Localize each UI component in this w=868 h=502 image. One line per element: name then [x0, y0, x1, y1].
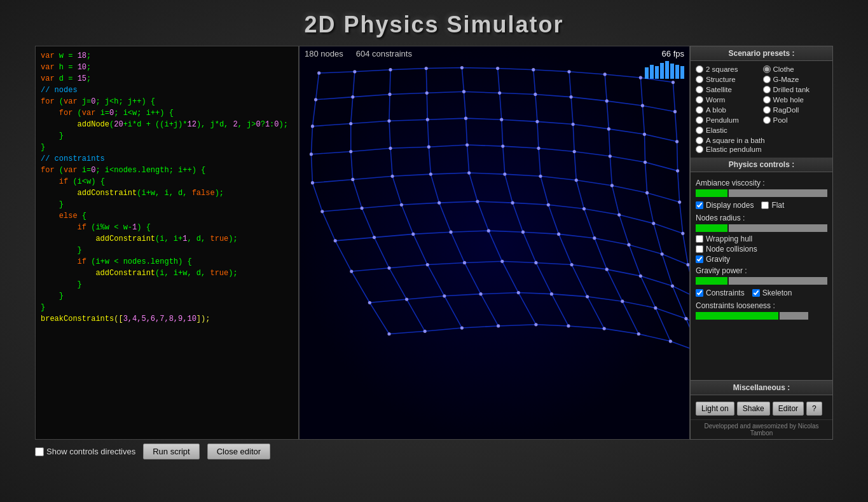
- wrapping-hull-cb[interactable]: Wrapping hull: [696, 234, 827, 243]
- editor-button[interactable]: Editor: [773, 402, 804, 416]
- preset-elastic-pendulum[interactable]: Elastic pendulum: [696, 145, 827, 154]
- svg-point-90: [405, 297, 408, 301]
- svg-point-98: [684, 317, 687, 320]
- constraints-cb[interactable]: Constraints: [696, 288, 745, 297]
- preset-square-bath[interactable]: A square in a bath: [696, 136, 827, 145]
- misc-buttons: Light on Shake Editor ?: [696, 402, 827, 416]
- fps-display: 66 fps: [645, 49, 684, 79]
- svg-point-81: [463, 261, 466, 264]
- svg-point-64: [617, 213, 621, 216]
- svg-point-66: [681, 232, 684, 235]
- svg-point-70: [449, 231, 452, 234]
- svg-point-68: [373, 236, 376, 239]
- svg-point-43: [644, 161, 647, 164]
- svg-point-30: [572, 123, 575, 126]
- gravity-cb[interactable]: Gravity: [696, 255, 827, 264]
- node-collisions-cb[interactable]: Node collisions: [696, 245, 827, 254]
- svg-point-106: [603, 327, 606, 330]
- light-on-button[interactable]: Light on: [696, 402, 734, 416]
- svg-point-14: [388, 93, 391, 96]
- looseness-slider[interactable]: [696, 312, 827, 320]
- svg-point-58: [400, 203, 403, 207]
- svg-point-13: [351, 95, 354, 98]
- help-button[interactable]: ?: [806, 402, 822, 416]
- svg-point-61: [511, 201, 514, 205]
- svg-point-73: [557, 233, 560, 236]
- preset-web-hole[interactable]: Web hole: [763, 95, 828, 104]
- close-editor-button[interactable]: Close editor: [207, 444, 270, 459]
- svg-point-74: [593, 236, 596, 240]
- shake-button[interactable]: Shake: [737, 402, 770, 416]
- svg-point-37: [427, 146, 431, 149]
- svg-point-95: [586, 295, 589, 298]
- svg-point-103: [497, 324, 500, 327]
- svg-point-48: [429, 172, 432, 175]
- svg-point-38: [465, 143, 469, 146]
- svg-point-82: [500, 260, 504, 263]
- svg-point-31: [607, 127, 610, 130]
- svg-point-36: [389, 147, 392, 150]
- svg-point-19: [570, 95, 573, 98]
- display-nodes-cb[interactable]: Display nodes: [696, 201, 754, 210]
- svg-point-84: [570, 263, 574, 266]
- svg-point-85: [605, 268, 609, 271]
- svg-point-34: [310, 153, 313, 156]
- svg-point-105: [567, 324, 570, 327]
- fps-bars: [645, 60, 684, 79]
- code-editor[interactable]: var w = 18; var h = 10; var d = 15; // n…: [35, 46, 299, 440]
- preset-clothe[interactable]: Clothe: [763, 65, 828, 74]
- preset-worm[interactable]: Worm: [696, 95, 761, 104]
- svg-point-49: [467, 171, 471, 174]
- gravity-power-label: Gravity power :: [696, 266, 827, 275]
- svg-point-83: [534, 261, 537, 264]
- cloth-simulation: [300, 46, 689, 439]
- svg-point-52: [575, 179, 578, 182]
- run-script-button[interactable]: Run script: [143, 444, 200, 459]
- preset-gmaze[interactable]: G-Maze: [763, 75, 828, 84]
- svg-point-104: [534, 323, 537, 326]
- node-count: 180 nodes: [305, 49, 343, 58]
- preset-pool[interactable]: Pool: [763, 116, 828, 125]
- preset-pendulum[interactable]: Pendulum: [696, 116, 761, 125]
- svg-point-78: [350, 269, 353, 273]
- flat-cb[interactable]: Flat: [761, 201, 784, 210]
- svg-point-10: [639, 76, 642, 79]
- svg-point-91: [443, 294, 446, 297]
- nodes-radius-slider[interactable]: [696, 224, 827, 232]
- title-bar: 2D Physics Simulator: [0, 0, 868, 46]
- preset-2squares[interactable]: 2 squares: [696, 65, 761, 74]
- svg-point-56: [320, 210, 324, 213]
- preset-ragdoll[interactable]: RagDoll: [763, 105, 828, 114]
- svg-point-59: [437, 201, 441, 205]
- preset-blob[interactable]: A blob: [696, 105, 761, 114]
- svg-point-62: [547, 203, 550, 207]
- simulation-panel[interactable]: 180 nodes 604 constraints 66 fps: [299, 46, 690, 440]
- nodes-radius-label: Nodes radius :: [696, 214, 827, 222]
- show-controls-checkbox[interactable]: [35, 447, 44, 456]
- gravity-power-slider[interactable]: [696, 277, 827, 285]
- svg-point-25: [387, 119, 390, 123]
- viscosity-slider[interactable]: [696, 189, 827, 197]
- skeleton-cb[interactable]: Skeleton: [752, 288, 792, 297]
- preset-structure[interactable]: Structure: [696, 75, 761, 84]
- show-controls-label[interactable]: Show controls directives: [35, 447, 135, 456]
- svg-point-11: [672, 81, 675, 84]
- preset-drilled-tank[interactable]: Drilled tank: [763, 85, 828, 94]
- svg-point-18: [534, 93, 537, 96]
- svg-point-6: [496, 67, 499, 70]
- svg-point-26: [426, 118, 429, 121]
- svg-point-92: [479, 292, 482, 295]
- svg-point-47: [391, 175, 394, 178]
- svg-point-101: [424, 330, 427, 333]
- constraint-count: 604 constraints: [356, 49, 412, 58]
- show-controls-text: Show controls directives: [46, 447, 135, 456]
- svg-point-60: [476, 200, 479, 203]
- svg-point-76: [661, 252, 664, 255]
- constraints-options: Constraints Skeleton: [696, 287, 827, 299]
- svg-point-8: [567, 70, 570, 73]
- dev-credit: Developped and awesomized by Nicolas Tam…: [691, 419, 832, 439]
- svg-point-54: [645, 191, 649, 194]
- preset-elastic[interactable]: Elastic: [696, 126, 761, 135]
- preset-satellite[interactable]: Satellite: [696, 85, 761, 94]
- physics-section: Ambiance viscosity : Display nodes Flat …: [691, 172, 832, 326]
